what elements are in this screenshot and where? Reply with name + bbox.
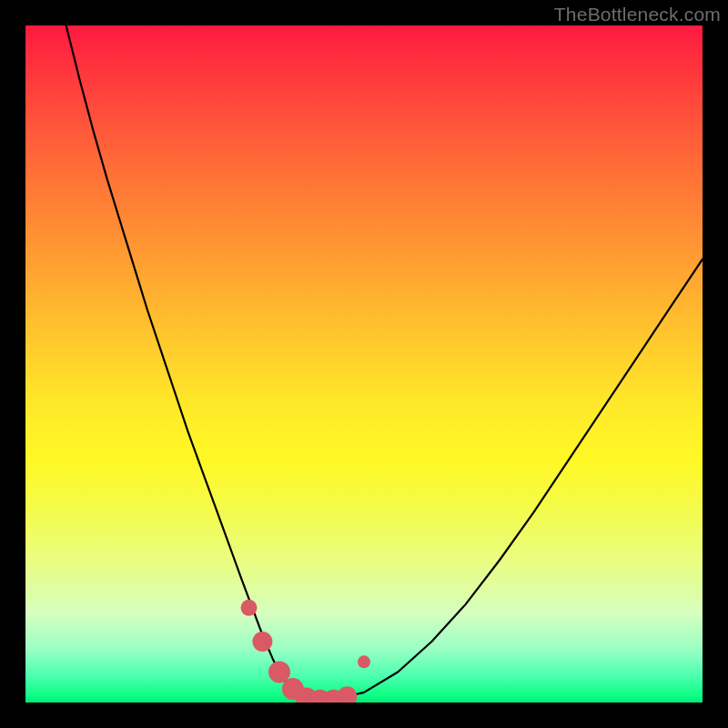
minimum-markers-group [241,600,370,703]
minimum-marker [358,655,370,668]
bottleneck-curve-svg [25,25,703,703]
bottleneck-curve-path [66,25,703,701]
minimum-marker [268,662,290,683]
minimum-marker [337,686,357,703]
chart-frame: TheBottleneck.com [0,0,728,728]
minimum-marker [252,632,272,652]
plot-area [25,25,703,703]
watermark-text: TheBottleneck.com [554,4,721,25]
minimum-marker [241,600,258,616]
